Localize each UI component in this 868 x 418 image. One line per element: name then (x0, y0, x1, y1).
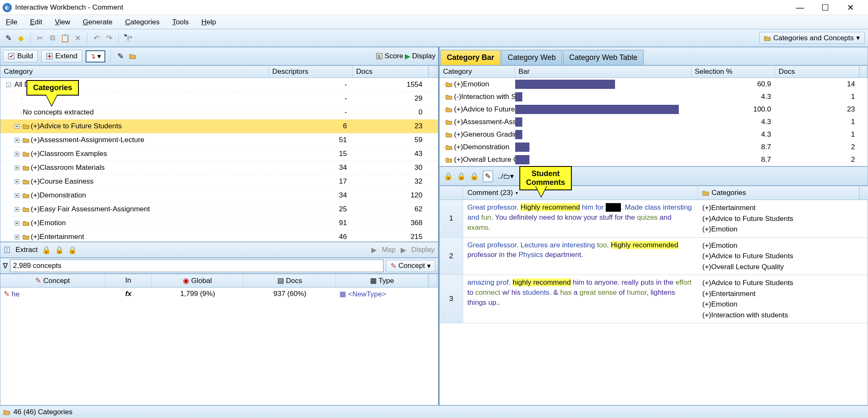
col-type[interactable]: ▦ Type (336, 274, 428, 287)
arrow-red-icon: ↴ (90, 52, 96, 61)
edit-icon[interactable]: ✎ (483, 171, 493, 182)
build-icon (8, 52, 15, 60)
category-row[interactable]: +···(+)Classroom Materials3430 (0, 161, 438, 175)
lock2-icon[interactable]: 🔒 (55, 246, 64, 254)
tab-category-web-table[interactable]: Category Web Table (563, 50, 644, 65)
category-row[interactable]: +···(+)Advice to Future Students623 (0, 119, 438, 133)
categories-concepts-button[interactable]: Categories and Concepts ▾ (759, 32, 865, 44)
play-map-icon: ▶ (371, 246, 377, 254)
col-docs[interactable]: ▤ Docs (244, 274, 336, 287)
col-comment[interactable]: Comment (23) ▾ (463, 186, 698, 200)
folder-icon[interactable] (129, 53, 136, 60)
category-row[interactable]: +···(+)Easy Fair Assessment-Assignment25… (0, 203, 438, 216)
menu-categories[interactable]: Categories (123, 17, 162, 28)
cc-label: Categories and Concepts (773, 34, 854, 42)
col-concept[interactable]: ✎ Concept (0, 274, 105, 287)
pencil-icon[interactable]: ✎ (116, 51, 126, 61)
display-button-2[interactable]: Display (411, 246, 435, 254)
bar-row[interactable]: ···(+)Emotion60.914 (440, 78, 868, 91)
cut-icon[interactable]: ✂ (35, 33, 45, 43)
window-title: Interactive Workbench - Comment (15, 3, 123, 12)
menu-edit[interactable]: Edit (27, 17, 44, 28)
concept-table: ✎ Concept In ◉ Global ▤ Docs ▦ Type ✎ he… (0, 274, 438, 405)
col-descriptors[interactable]: Descriptors (269, 66, 353, 78)
undo-icon[interactable]: ↶ (91, 33, 102, 43)
menubar: FileEditViewGenerateCategoriesToolsHelp (0, 15, 868, 29)
bar-row[interactable]: ···(+)Assessment-Ass4.31 (440, 116, 868, 128)
play-icon: ▶ (405, 52, 410, 61)
maximize-button[interactable]: ☐ (818, 2, 832, 13)
paste-icon[interactable]: 📋 (60, 33, 70, 43)
col-idx (440, 186, 463, 200)
score-icon: S (375, 52, 383, 60)
col-docs[interactable]: Docs (775, 66, 859, 78)
path-dropdown[interactable]: ../🗀▾ (497, 172, 514, 181)
score-button[interactable]: Score (385, 52, 403, 60)
lock3-icon[interactable]: 🔒 (470, 172, 479, 181)
category-row[interactable]: +···(+)Course Easiness1732 (0, 175, 438, 189)
lock1-icon[interactable]: 🔒 (42, 246, 51, 254)
comment-row[interactable]: 2Great professor. Lectures are interesti… (440, 238, 868, 275)
bar-row[interactable]: ···(+)Overall Lecture C8.72 (440, 153, 868, 166)
menu-generate[interactable]: Generate (80, 17, 115, 28)
comment-row[interactable]: 3amazing prof. highly recommend him to a… (440, 275, 868, 323)
play-display-icon: ▶ (401, 246, 406, 254)
display-button[interactable]: Display (412, 52, 435, 60)
col-category[interactable]: Category (0, 66, 269, 78)
concept-row[interactable]: ✎ he fx 1,799 (9%) 937 (60%) ▦ <NewType> (0, 288, 438, 300)
bar-row[interactable]: ···(+)Demonstration8.72 (440, 141, 868, 153)
comment-row[interactable]: 1Great professor. Highly recommend him f… (440, 200, 868, 238)
build-dropdown[interactable]: ↴ ▾ (86, 50, 105, 62)
col-bar[interactable]: Bar (515, 66, 691, 78)
col-docs[interactable]: Docs (353, 66, 428, 78)
menu-file[interactable]: File (3, 17, 20, 28)
map-button[interactable]: Map (382, 246, 396, 254)
redo-icon[interactable]: ↷ (104, 33, 114, 43)
menu-help[interactable]: Help (199, 17, 219, 28)
new-icon[interactable]: ✎ (3, 33, 13, 43)
bar-row[interactable]: ···(+)Generous Gradir4.31 (440, 128, 868, 141)
col-categories[interactable]: Categories (698, 186, 859, 200)
callout-categories: Categories (26, 80, 79, 96)
build-button[interactable]: Build (3, 50, 38, 62)
concept-dropdown[interactable]: ✎ Concept ▾ (386, 260, 435, 272)
extract-toolbar: Extract 🔒 🔒 🔒 ▶ Map ▶ Display (0, 242, 438, 258)
concept-count-input[interactable] (10, 260, 383, 272)
lock3-icon[interactable]: 🔒 (68, 246, 77, 254)
titlebar: ◐ Interactive Workbench - Comment — ☐ ✕ (0, 0, 868, 15)
bar-row[interactable]: ···(-)Interaction with S4.31 (440, 91, 868, 103)
col-global[interactable]: ◉ Global (151, 274, 244, 287)
category-row[interactable]: +···(+)Assessment-Assignment-Lecture5159 (0, 133, 438, 147)
binoculars-icon[interactable]: 🔭 (123, 33, 133, 43)
minimize-button[interactable]: — (793, 2, 807, 13)
comments-table: Comment (23) ▾ Categories 1Great profess… (439, 186, 868, 405)
menu-view[interactable]: View (52, 17, 73, 28)
category-row[interactable]: +···(+)Classroom Examples1543 (0, 147, 438, 161)
tab-category-bar[interactable]: Category Bar (441, 50, 500, 65)
concept-filter-bar: ∇ ✎ Concept ▾ (0, 258, 438, 274)
viz-toolbar: 🔒 🔒 🔒 ✎ ../🗀▾ Student Comments (439, 166, 868, 186)
pencil-icon: ✎ (391, 262, 396, 270)
extend-button[interactable]: Extend (41, 50, 82, 62)
category-row[interactable]: +···(+)Emotion91368 (0, 216, 438, 230)
lock2-icon[interactable]: 🔒 (457, 172, 466, 181)
lock1-icon[interactable]: 🔒 (444, 172, 453, 181)
diamond-icon[interactable]: ◆ (16, 33, 26, 43)
copy-icon[interactable]: ⧉ (47, 33, 57, 43)
filter-icon[interactable]: ∇ (3, 262, 8, 270)
bar-row[interactable]: ···(+)Advice to Future100.023 (440, 103, 868, 116)
tab-category-web[interactable]: Category Web (501, 50, 562, 65)
menu-tools[interactable]: Tools (169, 17, 191, 28)
category-row[interactable]: ···No concepts extracted-0 (0, 106, 438, 119)
folder-icon (3, 409, 10, 415)
delete-icon[interactable]: ✕ (73, 33, 83, 43)
dropdown-icon: ▾ (856, 34, 860, 42)
extract-button[interactable]: Extract (16, 246, 38, 254)
close-button[interactable]: ✕ (844, 2, 857, 13)
col-selection[interactable]: Selection % (691, 66, 775, 78)
col-category[interactable]: Category (440, 66, 515, 78)
col-in[interactable]: In (105, 274, 151, 287)
category-row[interactable]: +···(+)Demonstration34120 (0, 189, 438, 203)
dropdown-icon: ▾ (97, 52, 101, 61)
category-row[interactable]: +···(+)Entertainment46215 (0, 230, 438, 241)
